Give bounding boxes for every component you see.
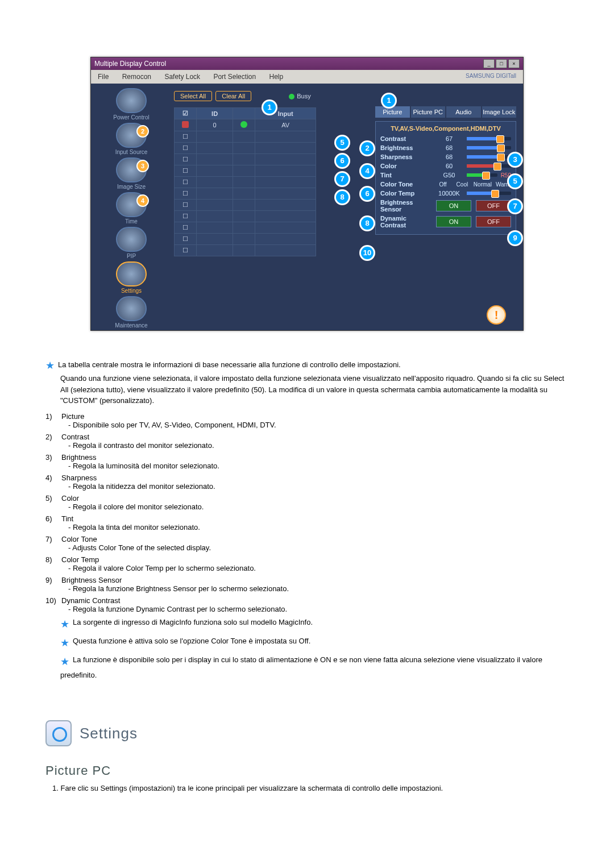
callout-9: 9 [507,230,523,246]
color-tone-off[interactable]: Off [435,181,451,188]
color-slider[interactable] [467,164,511,168]
col-id: ID [197,108,233,119]
tint-slider[interactable] [467,173,497,177]
list-title: Color [61,494,79,502]
sidebar: Power Control 2Input Source 3Image Size … [98,88,165,331]
table-row[interactable]: ☐ [175,188,316,200]
menu-remocon[interactable]: Remocon [117,72,157,82]
brightness-sensor-on[interactable]: ON [436,200,471,211]
list-desc: - Regola la luminosità del monitor selez… [68,462,569,470]
titlebar: Multiple Display Control _ □ × [91,57,523,70]
info-icon[interactable]: ! [487,305,506,325]
sidebar-item-power-control[interactable]: Power Control [98,88,165,121]
busy-dot-icon [289,94,294,99]
tab-picture-pc[interactable]: Picture PC [411,106,446,119]
table-row[interactable]: ☐ [175,200,316,211]
star-icon: ★ [45,360,55,371]
table-row[interactable]: ☐ [175,165,316,177]
settings-panel-area: 1 Picture Picture PC Audio Image Lock TV… [375,106,516,235]
sidebar-item-input-source[interactable]: 2Input Source [98,123,165,155]
tab-audio[interactable]: Audio [446,106,481,119]
table-row[interactable]: ☐ [175,154,316,165]
sidebar-item-label: Input Source [115,149,148,155]
table-row[interactable]: ☐ [175,211,316,222]
list-title: Tint [61,514,73,523]
callout-8-mid: 8 [334,189,350,205]
contrast-slider[interactable] [467,137,511,140]
table-row[interactable]: 0 AV [175,119,316,131]
pip-icon [116,227,147,252]
color-tone-options[interactable]: Off Cool Normal Warm [435,181,511,188]
sidebar-item-image-size[interactable]: 3Image Size [98,157,165,190]
maximize-button[interactable]: □ [496,59,507,68]
contrast-row: Contrast 67 [380,135,511,142]
callout-1-top: 1 [262,99,277,115]
sidebar-item-label: Image Size [117,184,146,190]
color-tone-cool[interactable]: Cool [454,181,470,188]
table-row[interactable]: ☐ [175,245,316,256]
list-num: 5) [45,494,61,502]
callout-7-mid: 7 [334,171,350,187]
close-button[interactable]: × [508,59,520,68]
list-title: Contrast [61,433,89,441]
menu-help[interactable]: Help [264,72,289,82]
table-row[interactable]: ☐ [175,131,316,143]
brand-label: SAMSUNG DIGITall [460,72,522,80]
list-desc: - Regola la funzione Brightness Sensor p… [68,584,569,593]
section-title: Settings [80,725,138,742]
list-title: Color Temp [61,555,99,564]
sharpness-row: Sharpness 68 [380,153,511,160]
color-temp-slider[interactable] [467,192,511,195]
sidebar-item-pip[interactable]: PIP [98,227,165,259]
time-icon: 4 [116,192,147,217]
sidebar-item-maintenance[interactable]: Maintenance [98,296,165,329]
table-row[interactable]: ☐ [175,234,316,245]
tint-row: Tint G50 R50 [380,172,511,178]
sidebar-item-settings[interactable]: Settings [98,261,165,294]
select-all-button[interactable]: Select All [174,91,212,101]
busy-label: Busy [297,93,310,99]
brightness-slider[interactable] [467,146,511,149]
color-row: Color 60 [380,163,511,169]
callout-1: 1 [381,93,397,109]
callout-5: 5 [507,173,523,189]
brightness-sensor-off[interactable]: OFF [476,200,511,211]
input-source-icon: 2 [116,123,147,148]
list-num: 1) [45,412,61,421]
callout-7: 7 [507,198,523,214]
dynamic-contrast-on[interactable]: ON [436,216,471,227]
color-tone-normal[interactable]: Normal [474,181,492,188]
clear-all-button[interactable]: Clear All [215,91,251,101]
callout-8: 8 [359,215,375,231]
minimize-button[interactable]: _ [483,59,495,68]
tab-image-lock[interactable]: Image Lock [482,106,517,119]
list-num: 7) [45,535,61,543]
menu-safety-lock[interactable]: Safety Lock [159,72,206,82]
step-1: 1. Fare clic su Settings (impostazioni) … [52,784,569,792]
sidebar-item-time[interactable]: 4Time [98,192,165,225]
dynamic-contrast-off[interactable]: OFF [476,216,511,227]
display-grid: ☑ ID Input 0 AV ☐ ☐ ☐ ☐ ☐ ☐ ☐ ☐ [174,107,316,256]
cell-id: 0 [197,119,233,131]
section-header: Settings [45,720,569,746]
table-row[interactable]: ☐ [175,177,316,188]
sidebar-item-label: Time [125,218,138,225]
maintenance-icon [116,296,147,321]
list-desc: - Regola il valore Color Temp per lo sch… [68,564,569,572]
sharpness-value: 68 [435,153,463,160]
menu-port-selection[interactable]: Port Selection [208,72,262,82]
table-row[interactable]: ☐ [175,143,316,154]
list-num: 8) [45,555,61,564]
cell-input: AV [255,119,316,131]
list-title: Brightness Sensor [61,576,122,584]
list-num: 4) [45,474,61,482]
list-desc: - Regola la nitidezza del monitor selezi… [68,482,569,491]
menu-file[interactable]: File [92,72,114,82]
table-row[interactable]: ☐ [175,222,316,234]
sharpness-slider[interactable] [467,155,511,159]
note-3: La funzione è disponibile solo per i dis… [60,655,542,679]
tab-picture[interactable]: Picture [375,106,410,119]
color-tone-label: Color Tone [380,181,432,188]
callout-3: 3 [136,160,149,172]
checkbox-header[interactable]: ☑ [182,110,188,117]
